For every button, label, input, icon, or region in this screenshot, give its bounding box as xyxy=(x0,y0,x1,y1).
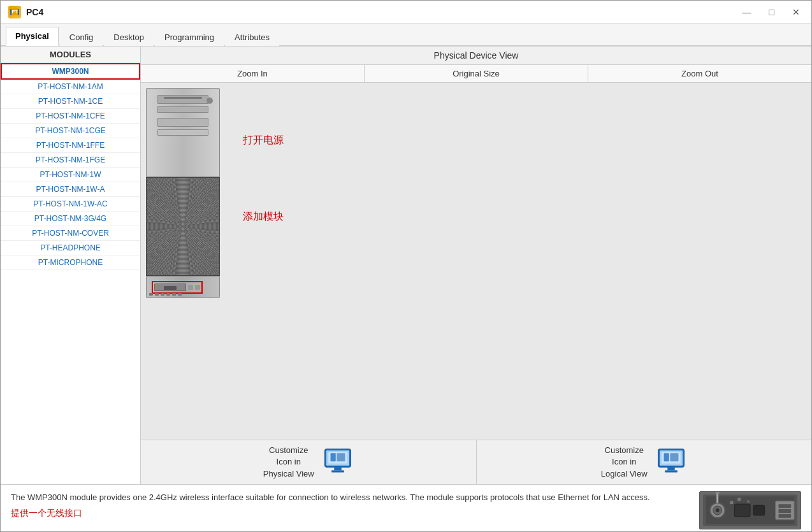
monitor-physical-icon xyxy=(322,448,354,477)
list-item[interactable]: PT-HOST-NM-1FFE xyxy=(1,138,140,153)
module-list: MODULES WMP300N PT-HOST-NM-1AM PT-HOST-N… xyxy=(1,47,140,484)
customize-bar: Customize Icon in Physical View xyxy=(141,440,811,484)
maximize-button[interactable]: □ xyxy=(765,6,778,18)
tabs-bar: Physical Config Desktop Programming Attr… xyxy=(1,24,811,47)
tab-programming[interactable]: Programming xyxy=(155,28,224,46)
list-item[interactable]: PT-HOST-NM-1AM xyxy=(1,80,140,94)
list-item[interactable]: PT-HOST-NM-COVER xyxy=(1,226,140,241)
pc-small-button-2 xyxy=(195,285,200,290)
window-title: PC4 xyxy=(26,7,43,17)
main-layout: MODULES WMP300N PT-HOST-NM-1AM PT-HOST-N… xyxy=(1,47,811,484)
tab-desktop[interactable]: Desktop xyxy=(104,28,154,46)
list-item[interactable]: PT-HOST-NM-1W-AC xyxy=(1,197,140,212)
list-item[interactable]: PT-MICROPHONE xyxy=(1,255,140,270)
svg-rect-26 xyxy=(778,504,791,508)
pc-expansion-slot xyxy=(154,284,186,291)
svg-rect-32 xyxy=(737,498,741,501)
svg-rect-27 xyxy=(778,509,791,513)
svg-point-22 xyxy=(716,508,720,512)
original-size-button[interactable]: Original Size xyxy=(365,65,588,82)
close-button[interactable]: ✕ xyxy=(788,6,804,18)
svg-rect-6 xyxy=(330,453,335,461)
list-item[interactable]: PT-HOST-NM-1CGE xyxy=(1,124,140,138)
pc-top-section xyxy=(146,88,220,177)
pc-bottom-section xyxy=(146,276,220,298)
pc-small-button xyxy=(188,285,193,290)
list-item[interactable]: PT-HOST-NM-1W-A xyxy=(1,182,140,197)
svg-rect-13 xyxy=(663,453,669,461)
list-item[interactable]: PT-HOST-NM-1CFE xyxy=(1,109,140,124)
module-description: The WMP300N module provides one 2.4GHz w… xyxy=(11,491,689,520)
window-controls: — □ ✕ xyxy=(739,6,804,18)
list-item[interactable]: PT-HOST-NM-3G/4G xyxy=(1,212,140,226)
device-view: 打开电源 添加模块 xyxy=(141,83,811,440)
app-icon: PT xyxy=(8,6,21,18)
content-area: Physical Device View Zoom In Original Si… xyxy=(141,47,811,484)
monitor-logical-icon xyxy=(655,448,687,477)
tab-physical[interactable]: Physical xyxy=(6,27,59,46)
svg-rect-33 xyxy=(747,500,750,503)
svg-rect-31 xyxy=(730,501,733,504)
svg-rect-9 xyxy=(331,470,344,472)
title-bar: PT PC4 — □ ✕ xyxy=(1,1,811,24)
tab-attributes[interactable]: Attributes xyxy=(225,28,279,46)
pc-middle-section xyxy=(146,177,220,276)
svg-rect-7 xyxy=(337,453,345,461)
list-item[interactable]: PT-HOST-NM-1W xyxy=(1,168,140,182)
info-panel: The WMP300N module provides one 2.4GHz w… xyxy=(1,484,811,532)
description-text: The WMP300N module provides one 2.4GHz w… xyxy=(11,492,650,502)
minimize-button[interactable]: — xyxy=(739,6,755,18)
customize-logical-button[interactable]: Customize Icon in Logical View xyxy=(477,440,812,484)
zoom-out-button[interactable]: Zoom Out xyxy=(588,65,811,82)
module-preview-svg xyxy=(700,491,801,529)
modules-header: MODULES xyxy=(1,47,140,63)
tab-config[interactable]: Config xyxy=(60,28,103,46)
pc-tower xyxy=(146,88,222,285)
customize-logical-text: Customize Icon in Logical View xyxy=(601,445,648,480)
svg-rect-8 xyxy=(334,467,341,470)
list-item[interactable]: PT-HEADPHONE xyxy=(1,241,140,255)
zoom-bar: Zoom In Original Size Zoom Out xyxy=(141,64,811,83)
annotation-power: 打开电源 xyxy=(243,134,284,147)
pc-power-button-indicator xyxy=(207,97,213,104)
annotation-module: 添加模块 xyxy=(243,210,284,224)
sidebar: MODULES WMP300N PT-HOST-NM-1AM PT-HOST-N… xyxy=(1,47,141,484)
pc-ports xyxy=(149,293,182,296)
customize-physical-button[interactable]: Customize Icon in Physical View xyxy=(141,440,477,484)
list-item[interactable]: WMP300N xyxy=(1,63,140,80)
title-bar-left: PT PC4 xyxy=(8,6,43,18)
svg-rect-30 xyxy=(753,505,765,515)
svg-text:PT: PT xyxy=(12,10,18,14)
module-preview-image xyxy=(699,491,801,529)
svg-rect-28 xyxy=(778,514,791,518)
svg-rect-14 xyxy=(670,453,678,461)
svg-rect-15 xyxy=(667,467,674,470)
list-item[interactable]: PT-HOST-NM-1CE xyxy=(1,94,140,109)
pc-cdrom-drive xyxy=(157,118,208,127)
description-chinese: 提供一个无线接口 xyxy=(11,507,689,520)
svg-rect-16 xyxy=(665,470,678,472)
pc-floppy-drive xyxy=(157,95,208,104)
zoom-in-button[interactable]: Zoom In xyxy=(141,65,365,82)
svg-rect-29 xyxy=(734,504,750,517)
physical-device-view-title: Physical Device View xyxy=(141,47,811,64)
list-item[interactable]: PT-HOST-NM-1FGE xyxy=(1,153,140,168)
customize-physical-text: Customize Icon in Physical View xyxy=(263,445,314,480)
